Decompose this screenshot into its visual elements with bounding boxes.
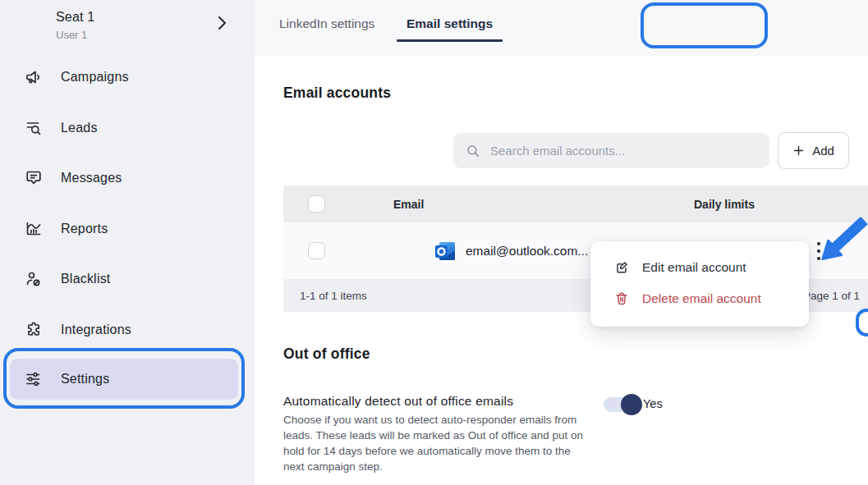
chart-icon xyxy=(24,219,44,239)
sidebar-item-campaigns[interactable]: Campaigns xyxy=(0,59,255,95)
column-header-daily-limits: Daily limits xyxy=(694,198,755,211)
sidebar-item-label: Blacklist xyxy=(61,272,110,286)
chevron-right-icon[interactable] xyxy=(212,13,232,33)
email-address-cell: email@outlook.com... xyxy=(466,244,588,259)
sidebar: Seat 1 User 1 Campaigns Leads xyxy=(0,0,255,485)
page-indicator: Page 1 of 1 xyxy=(803,290,860,302)
sidebar-item-label: Campaigns xyxy=(61,70,129,85)
search-email-accounts[interactable] xyxy=(453,133,769,168)
sidebar-item-settings[interactable]: Settings xyxy=(10,359,238,400)
active-tab-underline xyxy=(397,39,503,42)
auto-detect-label: Automatically detect out of office email… xyxy=(283,394,513,409)
search-input[interactable] xyxy=(480,144,769,158)
seat-title: Seat 1 xyxy=(56,10,94,25)
trash-icon xyxy=(613,291,630,307)
sidebar-item-blacklist[interactable]: Blacklist xyxy=(0,261,255,297)
select-all-checkbox[interactable] xyxy=(308,195,325,213)
sidebar-item-label: Leads xyxy=(61,121,98,135)
tab-linkedin-settings[interactable]: LinkedIn settings xyxy=(279,16,374,31)
annotation-ring-email-tab xyxy=(641,2,768,48)
menu-item-label: Edit email account xyxy=(642,260,746,275)
menu-item-edit-email-account[interactable]: Edit email account xyxy=(590,253,809,282)
sidebar-item-integrations[interactable]: Integrations xyxy=(0,312,255,348)
auto-detect-description: Choose if you want us to detect auto-res… xyxy=(283,412,587,475)
sidebar-item-messages[interactable]: Messages xyxy=(0,160,255,196)
plus-icon xyxy=(792,144,805,157)
items-summary: 1-1 of 1 items xyxy=(300,290,367,302)
puzzle-icon xyxy=(24,320,44,340)
row-actions-kebab-icon[interactable] xyxy=(811,236,826,267)
settings-tabbar: LinkedIn settings Email settings xyxy=(255,0,868,56)
megaphone-icon xyxy=(24,67,44,87)
sidebar-item-label: Settings xyxy=(61,372,109,387)
email-accounts-heading: Email accounts xyxy=(283,85,391,102)
sidebar-item-reports[interactable]: Reports xyxy=(0,211,255,247)
seat-user: User 1 xyxy=(56,29,94,41)
add-email-account-button[interactable]: Add xyxy=(778,132,849,169)
chat-bubble-icon xyxy=(24,168,44,188)
sidebar-item-label: Reports xyxy=(61,222,108,236)
seat-switcher[interactable]: Seat 1 User 1 xyxy=(56,10,94,41)
row-checkbox[interactable] xyxy=(308,242,325,259)
tab-email-settings[interactable]: Email settings xyxy=(406,16,493,31)
search-icon xyxy=(466,144,480,158)
sidebar-item-label: Messages xyxy=(61,171,122,185)
menu-item-delete-email-account[interactable]: Delete email account xyxy=(590,284,809,313)
auto-detect-toggle[interactable] xyxy=(604,397,638,412)
table-header-row: Email Daily limits xyxy=(283,185,868,222)
sidebar-item-leads[interactable]: Leads xyxy=(0,110,255,146)
row-actions-menu: Edit email account Delete email account xyxy=(590,241,809,327)
user-block-icon xyxy=(24,269,44,289)
leads-search-icon xyxy=(24,118,44,138)
edit-pencil-icon xyxy=(613,259,630,276)
sliders-icon xyxy=(24,369,44,389)
outlook-icon xyxy=(434,240,457,263)
out-of-office-heading: Out of office xyxy=(283,345,370,363)
toggle-state-label: Yes xyxy=(643,397,663,410)
email-settings-panel: Email accounts Add Email Daily limits xyxy=(255,56,868,485)
column-header-email: Email xyxy=(393,198,424,211)
menu-item-label: Delete email account xyxy=(642,291,761,306)
annotation-ring-edit-item xyxy=(856,309,868,336)
toggle-knob xyxy=(621,394,642,415)
sidebar-item-label: Integrations xyxy=(61,323,131,337)
add-button-label: Add xyxy=(812,144,834,158)
